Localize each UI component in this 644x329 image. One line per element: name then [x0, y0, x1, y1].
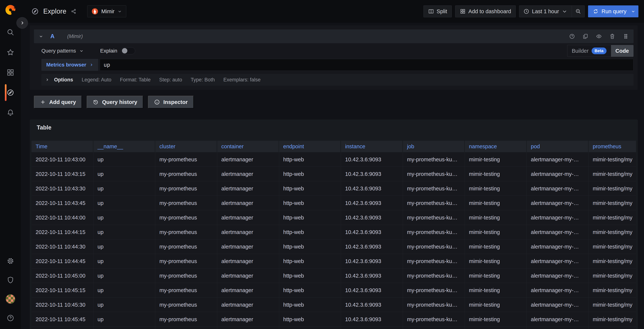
table-cell: mimir-testing [465, 269, 527, 283]
table-cell: my-prometheus [155, 269, 217, 283]
info-circle-icon [154, 99, 160, 105]
table-cell: mimir-testing [465, 167, 527, 181]
explain-toggle[interactable] [121, 47, 135, 54]
table-cell: 2022-10-11 10:43:15 [32, 167, 94, 181]
sidebar-item-explore[interactable] [0, 88, 21, 97]
sidebar-bottom [0, 257, 21, 322]
table-cell: 10.42.3.6:9093 [341, 239, 403, 254]
chevron-right-icon [45, 78, 49, 82]
table-cell: up [94, 225, 155, 239]
table-cell-partial [527, 327, 588, 329]
clock-icon [523, 8, 529, 14]
query-patterns-button[interactable]: Query patterns [42, 48, 84, 54]
zoom-out-button[interactable] [572, 5, 584, 17]
sidebar-item-profile[interactable] [0, 295, 21, 303]
query-help-icon[interactable] [569, 33, 575, 39]
column-header[interactable]: instance [341, 141, 403, 152]
drag-handle-icon[interactable] [623, 33, 629, 39]
table-cell: 2022-10-11 10:44:45 [32, 254, 94, 269]
add-query-button[interactable]: Add query [34, 96, 82, 108]
sidebar-item-help[interactable] [0, 314, 21, 322]
topbar: Explore Mimir Split Add to dashboard [21, 0, 644, 23]
duplicate-query-icon[interactable] [582, 33, 588, 39]
option-format: Format: Table [120, 77, 151, 83]
time-range-picker[interactable]: Last 1 hour [519, 5, 572, 17]
query-history-button[interactable]: Query history [87, 96, 143, 108]
share-icon[interactable] [71, 8, 76, 14]
query-row-header[interactable]: A (Mimir) [34, 29, 634, 43]
column-header[interactable]: __name__ [94, 141, 155, 152]
run-query-dropdown[interactable] [629, 5, 638, 17]
table-cell-partial [341, 327, 403, 329]
table-cell-partial [217, 327, 279, 329]
toggle-visibility-eye-icon[interactable] [596, 33, 602, 39]
column-header[interactable]: endpoint [279, 141, 341, 152]
shield-icon [6, 276, 14, 284]
table-cell: mimir-testing/my [588, 210, 636, 225]
table-cell: 2022-10-11 10:44:30 [32, 239, 94, 254]
table-cell: http-web [279, 312, 341, 327]
add-to-dashboard-button[interactable]: Add to dashboard [455, 5, 516, 17]
table-cell: mimir-testing/my [588, 152, 636, 167]
expand-sidebar-button[interactable] [16, 17, 28, 29]
datasource-picker[interactable]: Mimir [87, 5, 126, 17]
table-cell-partial [155, 327, 217, 329]
table-cell-partial [279, 327, 341, 329]
sidebar-item-dashboards[interactable] [0, 68, 21, 77]
table-cell: http-web [279, 239, 341, 254]
column-header[interactable]: Time [32, 141, 94, 152]
column-header[interactable]: prometheus [588, 141, 636, 152]
builder-mode-button[interactable]: Builder Beta [567, 45, 611, 57]
table-cell: http-web [279, 152, 341, 167]
table-cell-partial [403, 327, 465, 329]
sidebar-item-favorites[interactable] [0, 48, 21, 57]
metrics-browser-button[interactable]: Metrics browser [42, 59, 98, 71]
sidebar-item-search[interactable] [0, 28, 21, 36]
delete-query-trash-icon[interactable] [609, 33, 615, 39]
column-header[interactable]: container [217, 141, 279, 152]
table-cell: my-prometheus [155, 239, 217, 254]
chevron-down-icon [118, 9, 122, 13]
table-cell: up [94, 152, 155, 167]
inspector-button[interactable]: Inspector [148, 96, 194, 108]
magnifier-minus-icon [575, 8, 581, 14]
table-cell: my-prometheus [155, 298, 217, 312]
active-indicator [5, 84, 6, 101]
plus-icon [40, 99, 46, 105]
star-icon [6, 48, 14, 56]
table-cell: alertmanager [217, 283, 279, 298]
column-header[interactable]: cluster [155, 141, 217, 152]
code-mode-button[interactable]: Code [611, 45, 634, 57]
table-cell: mimir-testing/my [588, 283, 636, 298]
table-cell: 10.42.3.6:9093 [341, 269, 403, 283]
table-cell: http-web [279, 254, 341, 269]
sidebar-item-alerting[interactable] [0, 108, 21, 117]
table-cell: my-prometheus-ku… [403, 196, 465, 210]
bell-icon [6, 109, 14, 117]
table-cell: 2022-10-11 10:45:30 [32, 298, 94, 312]
table-cell: my-prometheus [155, 210, 217, 225]
split-button[interactable]: Split [424, 5, 452, 17]
dashboards-grid-icon [6, 68, 14, 76]
table-cell: http-web [279, 298, 341, 312]
query-ref-id[interactable]: A [50, 33, 54, 40]
table-cell: alertmanager-my-… [527, 196, 588, 210]
sidebar-item-server-admin[interactable] [0, 276, 21, 284]
query-options-row[interactable]: Options Legend: Auto Format: Table Step:… [42, 74, 634, 86]
run-query-button[interactable]: Run query [588, 5, 638, 17]
query-code-input[interactable] [100, 59, 634, 71]
table-cell: my-prometheus [155, 152, 217, 167]
sidebar-item-settings[interactable] [0, 257, 21, 265]
table-cell: alertmanager [217, 254, 279, 269]
chevron-down-icon [631, 9, 636, 13]
column-header[interactable]: job [403, 141, 465, 152]
query-toolbar: Query patterns Explain Builder Beta Code [42, 43, 634, 58]
grafana-logo-icon[interactable] [5, 4, 16, 16]
table-cell: up [94, 298, 155, 312]
table-cell: mimir-testing [465, 152, 527, 167]
column-header[interactable]: namespace [465, 141, 527, 152]
table-cell: mimir-testing/my [588, 167, 636, 181]
table-cell: 10.42.3.6:9093 [341, 283, 403, 298]
collapse-query-icon[interactable] [39, 34, 43, 38]
column-header[interactable]: pod [527, 141, 588, 152]
